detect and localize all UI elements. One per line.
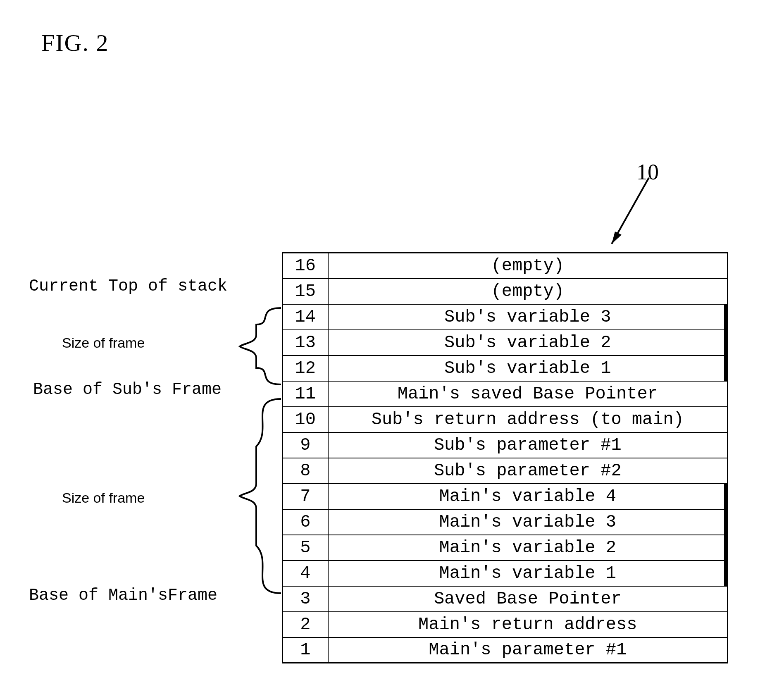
brace-upper-icon [207, 306, 285, 389]
stack-description: Sub's variable 1 [328, 356, 728, 381]
stack-description: Main's parameter #1 [328, 637, 728, 663]
stack-address: 4 [283, 561, 328, 586]
reference-arrow-icon [603, 174, 661, 258]
stack-description: Sub's parameter #2 [328, 458, 728, 484]
table-row: 5Main's variable 2 [283, 535, 728, 561]
svg-marker-1 [612, 231, 622, 244]
stack-description: Sub's return address (to main) [328, 407, 728, 432]
table-row: 3Saved Base Pointer [283, 586, 728, 612]
stack-description: Main's saved Base Pointer [328, 381, 728, 407]
stack-address: 6 [283, 509, 328, 535]
table-row: 9Sub's parameter #1 [283, 432, 728, 458]
stack-description: Main's variable 2 [328, 535, 728, 561]
figure-title: FIG. 2 [41, 29, 109, 57]
table-row: 14Sub's variable 3 [283, 304, 728, 330]
stack-description: (empty) [328, 253, 728, 279]
table-row: 8Sub's parameter #2 [283, 458, 728, 484]
table-row: 15(empty) [283, 279, 728, 304]
stack-address: 2 [283, 612, 328, 637]
stack-address: 12 [283, 356, 328, 381]
table-row: 12Sub's variable 1 [283, 356, 728, 381]
stack-address: 8 [283, 458, 328, 484]
table-row: 13Sub's variable 2 [283, 330, 728, 356]
label-base-main: Base of Main'sFrame [29, 586, 217, 605]
table-row: 10Sub's return address (to main) [283, 407, 728, 432]
stack-address: 14 [283, 304, 328, 330]
table-row: 11Main's saved Base Pointer [283, 381, 728, 407]
stack-address: 11 [283, 381, 328, 407]
stack-address: 13 [283, 330, 328, 356]
stack-table: 16(empty)15(empty)14Sub's variable 313Su… [282, 252, 728, 663]
table-row: 2Main's return address [283, 612, 728, 637]
stack-description: Sub's variable 2 [328, 330, 728, 356]
stack-description: Sub's variable 3 [328, 304, 728, 330]
stack-description: Main's return address [328, 612, 728, 637]
label-size-of-frame-lower: Size of frame [62, 490, 145, 506]
label-size-of-frame-upper: Size of frame [62, 335, 145, 351]
stack-address: 7 [283, 484, 328, 509]
stack-address: 3 [283, 586, 328, 612]
stack-address: 9 [283, 432, 328, 458]
stack-description: Sub's parameter #1 [328, 432, 728, 458]
table-row: 6Main's variable 3 [283, 509, 728, 535]
label-top-of-stack: Current Top of stack [29, 277, 227, 296]
stack-description: Main's variable 1 [328, 561, 728, 586]
table-row: 1Main's parameter #1 [283, 637, 728, 663]
label-base-sub: Base of Sub's Frame [33, 380, 222, 399]
stack-description: Main's variable 4 [328, 484, 728, 509]
stack-address: 10 [283, 407, 328, 432]
stack-description: Main's variable 3 [328, 509, 728, 535]
table-row: 7Main's variable 4 [283, 484, 728, 509]
stack-table-container: 16(empty)15(empty)14Sub's variable 313Su… [282, 252, 728, 663]
stack-address: 1 [283, 637, 328, 663]
stack-address: 5 [283, 535, 328, 561]
table-row: 4Main's variable 1 [283, 561, 728, 586]
brace-lower-icon [207, 397, 285, 597]
stack-address: 16 [283, 253, 328, 279]
stack-address: 15 [283, 279, 328, 304]
table-row: 16(empty) [283, 253, 728, 279]
stack-description: (empty) [328, 279, 728, 304]
stack-description: Saved Base Pointer [328, 586, 728, 612]
